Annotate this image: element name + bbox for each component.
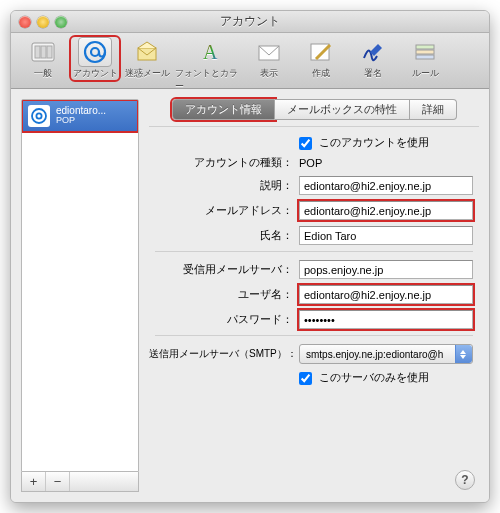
svg-point-4 — [85, 42, 105, 62]
incoming-server-field[interactable] — [299, 260, 473, 279]
fullname-field[interactable] — [299, 226, 473, 245]
compose-icon — [304, 37, 338, 67]
accounts-sidebar: ediontaro... POP + − — [21, 99, 139, 492]
toolbar-rules[interactable]: ルール — [401, 37, 449, 80]
smtp-only-checkbox[interactable]: このサーバのみを使用 — [299, 371, 429, 383]
toolbar-label: 表示 — [260, 67, 278, 80]
add-account-button[interactable]: + — [22, 472, 46, 491]
toolbar-view[interactable]: 表示 — [245, 37, 293, 80]
description-field[interactable] — [299, 176, 473, 195]
password-label: パスワード： — [149, 313, 299, 327]
tab-advanced[interactable]: 詳細 — [410, 99, 457, 120]
account-list-item[interactable]: ediontaro... POP — [22, 100, 138, 132]
switches-icon — [26, 37, 60, 67]
toolbar: 一般 アカウント 迷惑メール A フォントとカラー 表示 — [11, 33, 489, 89]
chevron-updown-icon — [460, 347, 468, 361]
email-field[interactable] — [299, 201, 473, 220]
envelope-icon — [252, 37, 286, 67]
svg-rect-1 — [35, 46, 40, 58]
toolbar-label: 迷惑メール — [125, 67, 170, 80]
fullname-label: 氏名： — [149, 229, 299, 243]
toolbar-label: 署名 — [364, 67, 382, 80]
titlebar: アカウント — [11, 11, 489, 33]
window-title: アカウント — [11, 13, 489, 30]
account-type-value: POP — [299, 157, 479, 169]
account-type: POP — [56, 116, 106, 126]
svg-text:A: A — [203, 41, 218, 63]
svg-rect-10 — [416, 45, 434, 49]
toolbar-label: ルール — [412, 67, 439, 80]
junk-icon — [130, 37, 164, 67]
accounts-list[interactable]: ediontaro... POP — [21, 99, 139, 472]
svg-point-13 — [32, 109, 46, 123]
svg-rect-12 — [416, 55, 434, 59]
toolbar-compose[interactable]: 作成 — [297, 37, 345, 80]
enable-account-checkbox[interactable]: このアカウントを使用 — [299, 136, 429, 148]
account-info-panel: このアカウントを使用 アカウントの種類： POP 説明： メールアドレス： — [149, 126, 479, 492]
incoming-server-label: 受信用メールサーバ： — [149, 263, 299, 277]
password-field[interactable] — [299, 310, 473, 329]
svg-rect-2 — [41, 46, 46, 58]
enable-account-label: このアカウントを使用 — [319, 136, 429, 148]
svg-point-5 — [91, 48, 99, 56]
smtp-value: smtps.enjoy.ne.jp:ediontaro@h — [306, 349, 443, 360]
username-field[interactable] — [299, 285, 473, 304]
rules-icon — [408, 37, 442, 67]
description-label: 説明： — [149, 179, 299, 193]
svg-rect-11 — [416, 50, 434, 54]
help-button[interactable]: ? — [455, 470, 475, 490]
username-label: ユーザ名： — [149, 288, 299, 302]
account-type-label: アカウントの種類： — [149, 156, 299, 170]
remove-account-button[interactable]: − — [46, 472, 70, 491]
tab-account-info[interactable]: アカウント情報 — [172, 99, 275, 120]
at-sign-icon — [78, 37, 112, 67]
toolbar-signature[interactable]: 署名 — [349, 37, 397, 80]
toolbar-general[interactable]: 一般 — [19, 37, 67, 80]
svg-rect-3 — [47, 46, 52, 58]
email-label: メールアドレス： — [149, 204, 299, 218]
tab-bar: アカウント情報 メールボックスの特性 詳細 — [149, 99, 479, 120]
toolbar-accounts[interactable]: アカウント — [71, 37, 119, 80]
toolbar-label: 一般 — [34, 67, 52, 80]
toolbar-label: 作成 — [312, 67, 330, 80]
preferences-window: アカウント 一般 アカウント 迷惑メール A フォントとカラー — [10, 10, 490, 503]
smtp-label: 送信用メールサーバ（SMTP）： — [149, 347, 299, 361]
toolbar-junk[interactable]: 迷惑メール — [123, 37, 171, 80]
tab-mailbox-behaviors[interactable]: メールボックスの特性 — [275, 99, 410, 120]
toolbar-label: アカウント — [73, 67, 118, 80]
svg-rect-9 — [311, 44, 329, 60]
svg-point-14 — [36, 113, 41, 118]
smtp-only-label: このサーバのみを使用 — [319, 371, 429, 383]
smtp-select[interactable]: smtps.enjoy.ne.jp:ediontaro@h — [299, 344, 473, 364]
font-color-icon: A — [191, 37, 225, 67]
signature-icon — [356, 37, 390, 67]
toolbar-fonts[interactable]: A フォントとカラー — [175, 37, 241, 93]
at-sign-icon — [28, 105, 50, 127]
